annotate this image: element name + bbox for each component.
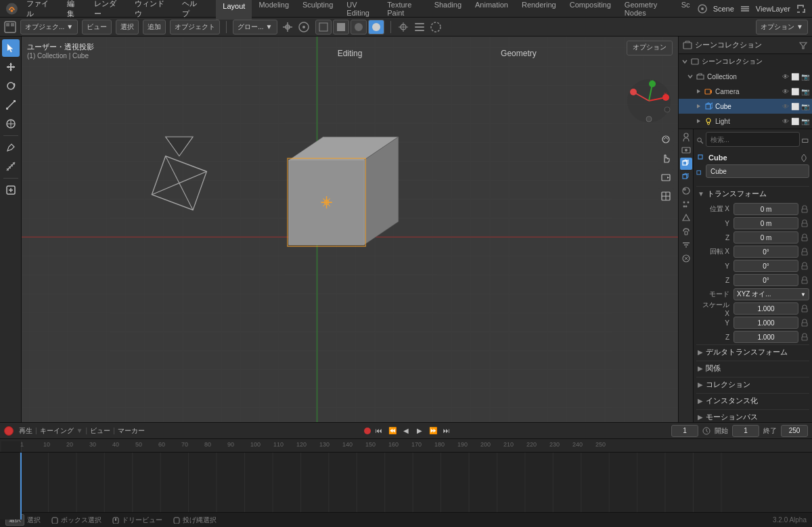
lock-icon-rx[interactable] — [800, 247, 809, 256]
marker-label[interactable]: マーカー — [118, 426, 145, 436]
camera-tree-item[interactable]: Camera 👁 ⬜ 📷 — [679, 84, 812, 99]
lock-icon-sy[interactable] — [800, 318, 809, 327]
collection-item[interactable]: Collection 👁 ⬜ 📷 — [679, 69, 812, 84]
play-label[interactable]: 再生 — [19, 426, 32, 436]
collections-section[interactable]: ▶ コレクション — [696, 377, 809, 392]
mode-dropdown[interactable]: オブジェク... ▼ — [20, 20, 78, 35]
pos-z-value[interactable]: 0 m — [734, 231, 798, 244]
show-gizmo-icon[interactable] — [397, 21, 409, 33]
zoom-camera-icon[interactable] — [658, 131, 674, 147]
viewport-icon-cube[interactable]: ⬜ — [791, 103, 799, 110]
jump-start-btn[interactable]: ⏮ — [374, 426, 384, 436]
rot-x-value[interactable]: 0° — [734, 246, 798, 258]
options-dropdown[interactable]: オプション — [627, 41, 673, 55]
select-menu-btn[interactable]: 選択 — [116, 20, 139, 35]
render-icon-cam[interactable]: 📷 — [801, 88, 809, 95]
eye-icon[interactable]: 👁 — [782, 88, 789, 95]
rendered-btn[interactable] — [368, 20, 384, 35]
pos-x-value[interactable]: 0 m — [734, 203, 798, 215]
lock-icon-z[interactable] — [800, 233, 809, 242]
lock-icon-ry[interactable] — [800, 261, 809, 271]
tab-geometry-nodes[interactable]: Geometry Nodes — [618, 0, 675, 20]
scene-label[interactable]: Scene — [713, 5, 734, 13]
physics-icon[interactable] — [680, 212, 692, 224]
menu-window[interactable]: ウィンドウ — [132, 0, 171, 20]
props-expand-icon[interactable] — [801, 136, 809, 145]
scale-z-value[interactable]: 1.000 — [734, 331, 798, 343]
tab-uv-editing[interactable]: UV Editing — [340, 0, 380, 20]
scale-tool[interactable] — [2, 96, 20, 114]
scale-y-value[interactable]: 1.000 — [734, 317, 798, 329]
timeline-scroll-area[interactable] — [0, 452, 812, 520]
scene-root-item[interactable]: シーンコレクション — [679, 54, 812, 69]
current-frame-display[interactable]: 1 — [671, 425, 698, 437]
cube-tree-item[interactable]: Cube 👁 ⬜ 📷 — [679, 99, 812, 114]
tab-animation[interactable]: Animation — [468, 0, 515, 20]
instancing-section[interactable]: ▶ インスタンス化 — [696, 393, 809, 408]
view-menu-btn[interactable]: ビュー — [82, 20, 112, 35]
tab-rendering[interactable]: Rendering — [515, 0, 563, 20]
measure-tool[interactable] — [2, 158, 20, 175]
record-button[interactable] — [4, 426, 14, 436]
play-back-btn[interactable]: ◀ — [401, 426, 411, 436]
material-btn[interactable] — [351, 20, 367, 35]
play-forward-btn[interactable]: ▶ — [414, 426, 425, 436]
start-frame-display[interactable]: 1 — [732, 425, 759, 437]
quad-view-icon[interactable] — [658, 188, 674, 204]
pos-y-value[interactable]: 0 m — [734, 217, 798, 229]
viewport-icon-cam[interactable]: ⬜ — [791, 88, 799, 95]
transform-section-header[interactable]: ▼ トランスフォーム — [696, 186, 809, 201]
object-properties-2-icon[interactable] — [680, 252, 692, 265]
material-props-icon[interactable] — [680, 185, 692, 197]
lock-icon-sz[interactable] — [800, 332, 809, 342]
viewport[interactable]: ユーザー・透視投影 (1) Collection | Cube Editing … — [22, 37, 678, 422]
light-tree-item[interactable]: Light 👁 ⬜ 📷 — [679, 114, 812, 129]
render-icon-light[interactable]: 📷 — [801, 118, 809, 125]
step-back-btn[interactable]: ⏪ — [387, 426, 398, 436]
viewport-nav-gizmo[interactable]: X Y — [625, 77, 673, 124]
show-overlays-icon[interactable] — [413, 21, 426, 33]
glow-btn[interactable]: グロー... ▼ — [233, 20, 277, 35]
view-label[interactable]: ビュー — [90, 426, 110, 436]
menu-file[interactable]: ファイル — [24, 0, 56, 20]
annotate-tool[interactable] — [2, 139, 20, 156]
solid-btn[interactable] — [333, 20, 349, 35]
filter-icon[interactable] — [798, 41, 808, 50]
cursor-tool[interactable] — [2, 39, 20, 57]
view-layer-label[interactable]: ViewLayer — [756, 5, 790, 13]
viewport-icon-light[interactable]: ⬜ — [791, 118, 799, 125]
scale-x-value[interactable]: 1.000 — [734, 302, 798, 315]
eye-icon-light[interactable]: 👁 — [782, 118, 789, 125]
record-dot[interactable] — [364, 428, 371, 434]
xray-toggle-icon[interactable] — [430, 21, 442, 33]
modifiers-icon[interactable] — [680, 239, 692, 251]
eye-icon[interactable]: 👁 — [782, 73, 789, 81]
add-tool[interactable] — [2, 181, 20, 199]
jump-end-btn[interactable]: ⏭ — [441, 426, 452, 436]
add-menu-btn[interactable]: 追加 — [143, 20, 166, 35]
viewport-icon[interactable]: ⬜ — [791, 73, 799, 81]
lock-icon-sx[interactable] — [800, 304, 809, 313]
proportional-edit-icon[interactable] — [298, 21, 310, 33]
rot-z-value[interactable]: 0° — [734, 274, 798, 286]
render-props-icon[interactable] — [680, 144, 692, 156]
timeline-frame-area[interactable] — [20, 453, 812, 520]
lock-icon-x[interactable] — [800, 204, 809, 214]
render-icon-cube[interactable]: 📷 — [801, 103, 809, 110]
end-frame-display[interactable]: 250 — [781, 425, 808, 437]
tab-shading[interactable]: Shading — [428, 0, 468, 20]
tab-compositing[interactable]: Compositing — [563, 0, 618, 20]
scene-props-icon[interactable] — [680, 131, 692, 143]
tab-layout[interactable]: Layout — [216, 0, 252, 20]
motion-paths-section[interactable]: ▶ モーションパス — [696, 409, 809, 422]
relations-section[interactable]: ▶ 関係 — [696, 361, 809, 375]
move-tool[interactable] — [2, 58, 20, 76]
constraints-icon[interactable] — [680, 225, 692, 237]
props-search-input[interactable] — [706, 132, 800, 147]
rotate-tool[interactable] — [2, 77, 20, 95]
keying-label[interactable]: キーイング — [40, 426, 74, 436]
tab-modeling[interactable]: Modeling — [252, 0, 296, 20]
hand-icon[interactable] — [658, 150, 674, 166]
pin-icon[interactable] — [800, 154, 808, 162]
lock-icon-y[interactable] — [800, 219, 809, 228]
